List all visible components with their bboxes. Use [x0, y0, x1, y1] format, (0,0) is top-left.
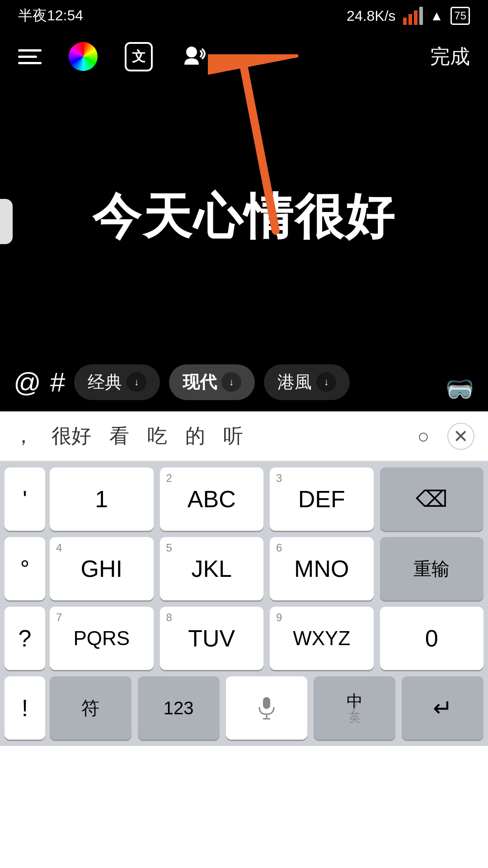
key-1-label: 1 — [95, 487, 108, 511]
key-lang-en: 英 — [349, 711, 361, 724]
key-ghi-sub: 4 — [56, 542, 62, 554]
key-0-label: 0 — [425, 627, 438, 650]
key-0[interactable]: 0 — [380, 607, 484, 670]
search-button[interactable]: ○ — [417, 425, 429, 448]
hamburger-line-3 — [18, 62, 42, 64]
color-wheel-icon — [69, 42, 98, 71]
key-def-label: DEF — [298, 487, 345, 511]
hamburger-line-1 — [18, 49, 42, 52]
key-tuv-sub: 8 — [166, 611, 172, 624]
key-apostrophe-label: ' — [23, 487, 27, 511]
editor-area: 文 完成 — [0, 32, 488, 411]
suggestion-comma[interactable]: ， — [14, 423, 33, 449]
key-abc-sub: 2 — [166, 472, 172, 485]
voice-icon — [180, 42, 209, 71]
key-ghi-label: GHI — [81, 557, 122, 580]
key-abc-label: ABC — [188, 487, 236, 511]
key-degree[interactable]: ° — [5, 537, 45, 600]
key-jkl-sub: 5 — [166, 542, 172, 554]
key-exclaim-label: ! — [22, 696, 28, 720]
key-mic[interactable] — [226, 676, 308, 740]
mic-icon — [257, 696, 277, 720]
wifi-icon: ▲ — [430, 8, 444, 24]
hamburger-icon — [18, 49, 42, 64]
key-question[interactable]: ? — [5, 607, 45, 670]
svg-rect-3 — [263, 697, 270, 709]
key-pqrs-sub: 7 — [56, 611, 62, 624]
key-row-bottom: 符 123 中 — [50, 676, 483, 740]
signal-bars — [403, 7, 423, 25]
slide-handle[interactable] — [0, 199, 13, 244]
key-pqrs-label: PQRS — [73, 628, 130, 648]
hamburger-line-2 — [18, 56, 37, 58]
gangfeng-download-button[interactable]: ↓ — [316, 372, 336, 392]
suggestion-word-4[interactable]: 听 — [223, 423, 243, 449]
key-exclaim[interactable]: ! — [5, 676, 45, 740]
hash-symbol[interactable]: # — [50, 367, 65, 398]
font-style-gangfeng[interactable]: 港風 ↓ — [264, 364, 350, 400]
key-sym[interactable]: 符 — [50, 676, 131, 740]
key-wxyz[interactable]: 9 WXYZ — [270, 607, 374, 670]
key-mno-sub: 6 — [276, 542, 282, 554]
battery-level: 75 — [454, 9, 466, 22]
font-style-jingdian[interactable]: 经典 ↓ — [74, 364, 160, 400]
done-button[interactable]: 完成 — [430, 43, 470, 70]
signal-bar-3 — [414, 10, 418, 25]
keyboard-wrapper: ' ° ? ! 1 — [0, 461, 488, 746]
key-degree-label: ° — [20, 557, 30, 580]
key-mno[interactable]: 6 MNO — [270, 537, 374, 600]
key-jkl[interactable]: 5 JKL — [160, 537, 264, 600]
font-style-gangfeng-label: 港風 — [277, 371, 312, 394]
suggestion-word-3[interactable]: 的 — [185, 423, 205, 449]
translate-icon: 文 — [125, 42, 153, 71]
key-question-label: ? — [19, 627, 32, 650]
suggestion-word-0[interactable]: 很好 — [52, 423, 91, 449]
enter-icon: ↵ — [433, 694, 453, 722]
color-picker-button[interactable] — [69, 42, 98, 71]
left-punctuation-column: ' ° ? ! — [0, 461, 45, 746]
key-row-2: 4 GHI 5 JKL 6 MNO 重输 — [50, 537, 483, 600]
status-bar: 半夜12:54 24.8K/s ▲ 75 — [0, 0, 488, 32]
signal-bar-2 — [408, 14, 412, 25]
key-reenter[interactable]: 重输 — [380, 537, 484, 600]
at-symbol[interactable]: @ — [14, 367, 41, 398]
key-ghi[interactable]: 4 GHI — [50, 537, 154, 600]
suggestion-bar: 🥽 ， 很好 看 吃 的 听 ○ ✕ — [0, 411, 488, 461]
delete-suggestion-button[interactable]: ✕ — [447, 423, 474, 450]
key-backspace[interactable]: ⌫ — [380, 467, 484, 531]
font-style-jingdian-label: 经典 — [88, 371, 122, 394]
editor-main-text[interactable]: 今天心情很好 — [0, 81, 488, 353]
key-tuv[interactable]: 8 TUV — [160, 607, 264, 670]
menu-icon[interactable] — [18, 49, 42, 64]
voice-button[interactable] — [180, 42, 209, 71]
key-123-label: 123 — [164, 699, 194, 717]
jingdian-download-button[interactable]: ↓ — [127, 372, 146, 392]
key-sym-label: 符 — [81, 699, 99, 717]
battery-indicator: 75 — [450, 7, 470, 25]
key-mno-label: MNO — [294, 557, 349, 580]
key-abc[interactable]: 2 ABC — [160, 467, 264, 531]
key-1[interactable]: 1 — [50, 467, 154, 531]
toolbar: 文 完成 — [0, 32, 488, 81]
key-row-1: 1 2 ABC 3 DEF ⌫ — [50, 467, 483, 531]
page-wrapper: 半夜12:54 24.8K/s ▲ 75 — [0, 0, 488, 868]
key-def-sub: 3 — [276, 472, 282, 485]
main-keys: 1 2 ABC 3 DEF ⌫ — [45, 461, 488, 746]
key-123[interactable]: 123 — [138, 676, 220, 740]
signal-bar-4 — [419, 7, 423, 25]
svg-point-0 — [186, 47, 197, 57]
key-wxyz-sub: 9 — [276, 611, 282, 624]
suggestion-word-2[interactable]: 吃 — [147, 423, 167, 449]
middle-section: 🥽 ， 很好 看 吃 的 听 ○ ✕ ' ° ? — [0, 411, 488, 746]
emoji-button[interactable]: 🥽 — [445, 375, 474, 403]
key-enter[interactable]: ↵ — [402, 676, 483, 740]
font-style-xiandai[interactable]: 现代 ↓ — [169, 364, 255, 400]
xiandai-download-button[interactable]: ↓ — [221, 372, 241, 392]
network-speed: 24.8K/s — [347, 8, 396, 24]
key-def[interactable]: 3 DEF — [270, 467, 374, 531]
key-apostrophe[interactable]: ' — [5, 467, 45, 531]
key-lang[interactable]: 中 英 — [314, 676, 395, 740]
suggestion-word-1[interactable]: 看 — [109, 423, 129, 449]
key-pqrs[interactable]: 7 PQRS — [50, 607, 154, 670]
translate-button[interactable]: 文 — [125, 42, 153, 71]
